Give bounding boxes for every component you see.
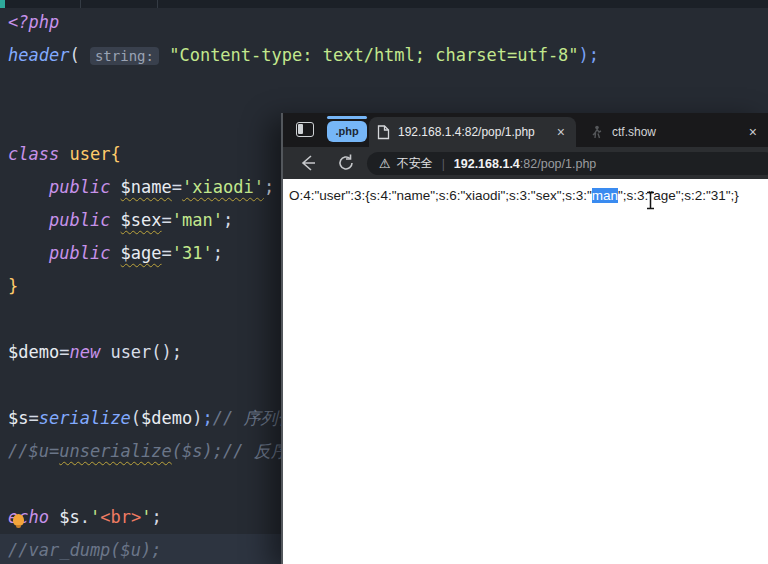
code-token: $demo [141, 408, 192, 428]
code-token: (); [151, 342, 182, 362]
code-token: { [110, 144, 120, 164]
code-token: '31' [172, 243, 213, 263]
address-separator: | [442, 157, 445, 171]
browser-tab-bar: .php 192.168.1.4:82/pop/1.php × ctf.show… [283, 113, 768, 147]
tab-inactive[interactable]: ctf.show × [583, 117, 768, 147]
back-button[interactable] [298, 153, 318, 173]
code-token: "Content-type: text/html; charset=utf-8" [169, 45, 578, 65]
code-token: $demo [8, 342, 59, 362]
browser-toolbar: ⚠ 不安全 | 192.168.1.4:82/pop/1.php [283, 147, 768, 179]
code-token: class [8, 144, 69, 164]
code-token: ; [264, 177, 274, 197]
code-token: ( [131, 408, 141, 428]
code-token: ; [213, 243, 223, 263]
tab-actions-button[interactable] [296, 122, 314, 137]
person-icon [591, 125, 603, 140]
code-token: <?php [8, 12, 59, 32]
ide-accent-mark [0, 0, 5, 8]
code-token: 'xiaodi' [182, 177, 264, 197]
code-token [80, 45, 90, 65]
code-line [0, 72, 768, 105]
code-token: = [162, 243, 172, 263]
url-host: 192.168.1.4 [454, 157, 520, 171]
code-token: ; [203, 408, 213, 428]
code-token [8, 177, 49, 197]
code-token [8, 210, 49, 230]
code-token: = [172, 177, 182, 197]
code-token: $name [121, 177, 172, 197]
tab-layout-icon [298, 124, 303, 134]
code-token: } [8, 276, 18, 296]
code-token: new [69, 342, 110, 362]
tab-close-icon[interactable]: × [554, 125, 568, 139]
code-token: $sex [121, 210, 162, 230]
code-line: header( string: "Content-type: text/html… [0, 39, 768, 72]
serialized-before: O:4:"user":3:{s:4:"name";s:6:"xiaodi";s:… [289, 188, 592, 203]
tab-group-color-bar [327, 116, 367, 119]
security-badge[interactable]: 不安全 [397, 155, 433, 172]
code-token: = [59, 342, 69, 362]
tab-active[interactable]: 192.168.1.4:82/pop/1.php × [369, 117, 576, 147]
code-token: public [49, 177, 121, 197]
code-token: ); [579, 45, 599, 65]
code-token: 'man' [172, 210, 223, 230]
code-token: //$u= [8, 441, 59, 461]
code-token: public [49, 243, 121, 263]
serialized-after: ";s:3:"age";s:2:"31";} [618, 188, 739, 203]
divider [80, 0, 81, 8]
serialized-output[interactable]: O:4:"user":3:{s:4:"name";s:6:"xiaodi";s:… [289, 188, 768, 203]
code-token: = [28, 408, 38, 428]
code-token: = [162, 210, 172, 230]
text-cursor-icon [645, 191, 656, 210]
refresh-button[interactable] [336, 153, 356, 173]
document-icon [377, 125, 390, 140]
warning-icon: ⚠ [379, 156, 391, 171]
code-token: $s [8, 408, 28, 428]
code-token: serialize [39, 408, 131, 428]
divider [157, 0, 158, 8]
serialized-selection: man [592, 188, 618, 203]
code-token: unserialize [59, 441, 172, 461]
browser-content: O:4:"user":3:{s:4:"name";s:6:"xiaodi";s:… [283, 179, 768, 564]
code-token: <br> [100, 507, 141, 527]
tab-group-pill[interactable]: .php [327, 121, 367, 142]
tab-close-icon[interactable]: × [746, 125, 760, 139]
code-token: string: [90, 47, 159, 65]
code-token: ) [192, 408, 202, 428]
browser-window: .php 192.168.1.4:82/pop/1.php × ctf.show… [281, 113, 768, 564]
code-token: //var_dump($u); [8, 540, 162, 560]
tab-title: 192.168.1.4:82/pop/1.php [398, 125, 554, 139]
url-path: :82/pop/1.php [520, 157, 596, 171]
code-token: ( [69, 45, 79, 65]
code-token: $s [59, 507, 79, 527]
code-token: ; [223, 210, 233, 230]
code-token: ' [141, 507, 151, 527]
code-line: <?php [0, 6, 768, 39]
code-token [159, 45, 169, 65]
code-token: user [69, 144, 110, 164]
code-token: ; [151, 507, 161, 527]
code-token: $age [121, 243, 162, 263]
address-bar[interactable]: ⚠ 不安全 | 192.168.1.4:82/pop/1.php [367, 152, 768, 175]
tab-title: ctf.show [612, 125, 746, 139]
ide-top-strip [0, 0, 768, 8]
code-token: user [110, 342, 151, 362]
code-token: ' [90, 507, 100, 527]
code-token [8, 243, 49, 263]
code-token: public [49, 210, 121, 230]
lightbulb-icon[interactable] [13, 514, 24, 526]
code-token: header [8, 45, 69, 65]
code-token: . [80, 507, 90, 527]
